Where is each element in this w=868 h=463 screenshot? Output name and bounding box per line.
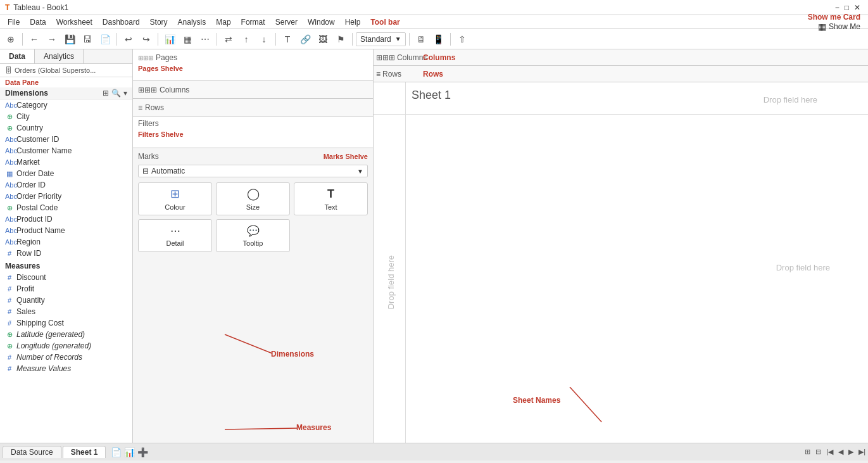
menu-map[interactable]: Map [211,16,236,28]
canvas-rows-content: Rows [420,70,868,79]
toolbar-chart[interactable]: 📊 [161,31,178,48]
marks-tooltip-button[interactable]: 💬 Tooltip [216,219,290,252]
toolbar-new[interactable]: 📄 [97,31,113,48]
field-market[interactable]: Abc Market [0,156,132,168]
toolbar-forward[interactable]: → [44,31,60,48]
menu-format[interactable]: Format [236,16,270,28]
field-city[interactable]: ⊕ City [0,111,132,122]
menu-worksheet[interactable]: Worksheet [51,16,97,28]
menu-story[interactable]: Story [145,16,173,28]
right-panel: ⊞⊞⊞ Columns Columns ≡ Rows Rows Sheet 1 … [374,49,868,443]
toolbar-separator-1 [22,33,23,46]
nav-prev-icon[interactable]: ◀ [838,448,843,456]
toolbar-standard-dropdown[interactable]: Standard ▼ [356,32,406,46]
marks-detail-button[interactable]: ⋯ Detail [138,219,212,252]
show-me-card-button[interactable]: Show me Card [808,13,860,22]
field-row-id[interactable]: # Row ID [0,248,132,259]
tab-sheet-1[interactable]: Sheet 1 [63,446,106,458]
field-category[interactable]: Abc Category [0,99,132,111]
toolbar-saveas[interactable]: 🖫 [79,31,96,48]
menu-icon[interactable]: ▾ [123,89,127,98]
menu-server[interactable]: Server [270,16,303,28]
field-type-icon: Abc [5,136,14,143]
field-order-id[interactable]: Abc Order ID [0,179,132,191]
bottom-icons: 📄 📊 ➕ [111,447,148,457]
toolbar-link[interactable]: 🔗 [297,31,313,48]
menu-data[interactable]: Data [25,16,51,28]
field-shipping-cost[interactable]: # Shipping Cost [0,317,132,329]
close-button[interactable]: ✕ [854,3,860,12]
menu-file[interactable]: File [3,16,25,28]
marks-type-dropdown[interactable]: ⊟ Automatic ▼ [138,165,368,177]
toolbar-device[interactable]: 📱 [431,31,447,48]
field-type-icon: Abc [5,238,14,246]
toolbar-home[interactable]: ⊕ [3,31,19,48]
minimize-button[interactable]: − [835,3,840,12]
toolbar-save[interactable]: 💾 [61,31,78,48]
toolbar-sort-desc[interactable]: ↓ [256,31,272,48]
drop-field-left: Drop field here [386,255,396,309]
new-dashboard-icon[interactable]: 📊 [124,447,135,457]
menu-toolbar[interactable]: Tool bar [365,16,405,28]
field-longitude[interactable]: ⊕ Longitude (generated) [0,340,132,352]
toolbar-share[interactable]: ⇧ [454,31,470,48]
data-pane-label: Data Pane [0,77,132,87]
toolbar-present[interactable]: 🖥 [413,31,429,48]
vertical-divider [405,82,406,443]
menu-dashboard[interactable]: Dashboard [97,16,145,28]
new-story-icon[interactable]: ➕ [137,447,148,457]
dimensions-icons: ⊞ 🔍 ▾ [103,89,127,98]
toolbar-back[interactable]: ← [26,31,42,48]
toolbar-sort-asc[interactable]: ↑ [238,31,255,48]
grid-view-icon[interactable]: ⊞ [103,89,109,98]
field-country[interactable]: ⊕ Country [0,122,132,134]
field-type-icon: # [5,365,14,372]
field-order-priority[interactable]: Abc Order Priority [0,191,132,202]
main-container: Data Analytics 🗄 Orders (Global Supersto… [0,49,868,443]
nav-next-icon[interactable]: ▶ [848,448,853,456]
toolbar-table[interactable]: ▦ [179,31,196,48]
menu-window[interactable]: Window [303,16,340,28]
toolbar-redo[interactable]: ↪ [138,31,154,48]
new-sheet-icon[interactable]: 📄 [111,447,122,457]
canvas-area[interactable]: Sheet 1 Drop field here Drop field here … [374,82,868,443]
field-customer-name[interactable]: Abc Customer Name [0,145,132,156]
field-measure-values[interactable]: # Measure Values [0,363,132,374]
field-product-name[interactable]: Abc Product Name [0,225,132,236]
field-profit[interactable]: # Profit [0,283,132,295]
tab-data[interactable]: Data [0,49,35,63]
canvas-rows-tag: ≡ Rows [376,70,420,79]
tab-data-source[interactable]: Data Source [3,446,61,458]
toolbar-swap[interactable]: ⇄ [220,31,237,48]
field-latitude[interactable]: ⊕ Latitude (generated) [0,329,132,340]
field-type-icon: ⊕ [5,342,14,350]
field-postal-code[interactable]: ⊕ Postal Code [0,202,132,213]
field-number-of-records[interactable]: # Number of Records [0,352,132,363]
field-type-icon: Abc [5,181,14,189]
field-region[interactable]: Abc Region [0,236,132,248]
toolbar-text[interactable]: T [279,31,296,48]
nav-first-icon[interactable]: |◀ [826,448,833,456]
nav-last-icon[interactable]: ▶| [859,448,865,456]
search-icon[interactable]: 🔍 [111,89,121,98]
field-order-date[interactable]: ▦ Order Date [0,168,132,179]
marks-text-button[interactable]: T Text [294,182,368,215]
field-sales[interactable]: # Sales [0,306,132,317]
menu-analysis[interactable]: Analysis [173,16,211,28]
maximize-button[interactable]: □ [845,3,849,12]
marks-colour-button[interactable]: ⊞ Colour [138,182,212,215]
menu-help[interactable]: Help [340,16,366,28]
toolbar-more[interactable]: ⋯ [197,31,213,48]
data-source-label[interactable]: 🗄 Orders (Global Supersto... [0,64,132,77]
toolbar-flag[interactable]: ⚑ [332,31,349,48]
db-icon: 🗄 [5,67,12,74]
field-customer-id[interactable]: Abc Customer ID [0,134,132,145]
tab-analytics[interactable]: Analytics [35,49,84,63]
toolbar-undo[interactable]: ↩ [120,31,137,48]
field-product-id[interactable]: Abc Product ID [0,213,132,225]
field-quantity[interactable]: # Quantity [0,295,132,306]
show-me-button[interactable]: ▦ Show Me [818,22,860,32]
field-discount[interactable]: # Discount [0,272,132,283]
marks-size-button[interactable]: ◯ Size [216,182,290,215]
toolbar-image[interactable]: 🖼 [315,31,331,48]
